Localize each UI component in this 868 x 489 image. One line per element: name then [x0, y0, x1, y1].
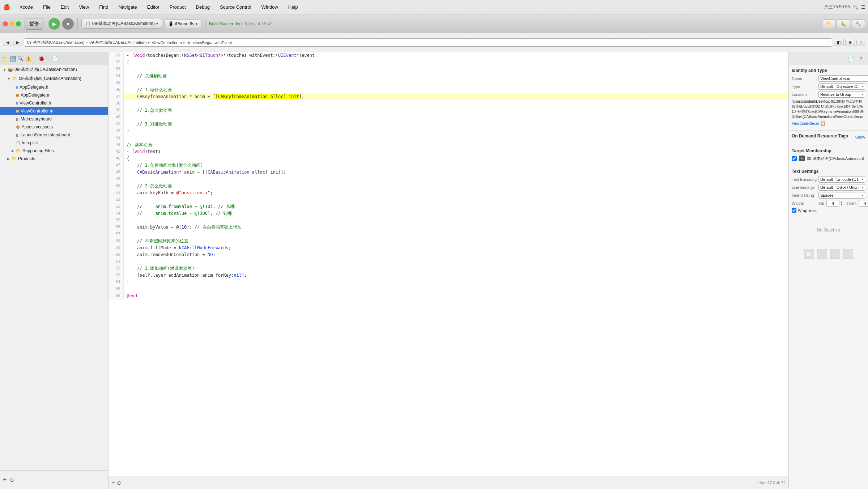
debug-toggle[interactable]: 🐛 [837, 20, 850, 28]
quick-help-icon[interactable]: ? [856, 54, 865, 63]
filter-button[interactable]: ⊙ [10, 477, 14, 483]
line-content[interactable]: // anim.toValue = @(300); // 到哪 [124, 210, 788, 217]
apple-menu[interactable]: 🍎 [3, 4, 10, 10]
line-content[interactable]: // 基本动画 [124, 141, 788, 148]
line-content[interactable] [124, 217, 788, 224]
line-content[interactable]: anim.removedOnCompletion = NO; [124, 251, 788, 258]
nav-back[interactable]: ◀ [3, 39, 12, 46]
warning-icon[interactable]: ⚠️ [25, 56, 31, 61]
line-content[interactable] [124, 100, 788, 107]
breadcrumb-part-2[interactable]: 09-基本动画(CABasicAnimation) [89, 40, 146, 45]
line-content[interactable]: CAKeyframeAnimation * anim = [[CAKeyfram… [124, 93, 788, 100]
utilities-toggle[interactable]: 🔧 [852, 20, 865, 28]
products-group[interactable]: ▶ 📁 Products [0, 155, 108, 163]
line-content[interactable] [124, 114, 788, 121]
line-content[interactable] [124, 176, 788, 183]
search-sidebar-icon[interactable]: 🔍 [17, 56, 24, 61]
project-root[interactable]: ▼ 📦 09-基本动画(CABasicAnimation) [0, 65, 108, 74]
line-content[interactable] [124, 258, 788, 265]
device-selector[interactable]: 📱 iPhone 6s ▾ [164, 20, 201, 28]
panel-icon-code[interactable]: {} [817, 249, 827, 259]
menu-debug[interactable]: Debug [194, 4, 212, 10]
file-viewcontroller-m[interactable]: m ViewController.m [0, 107, 108, 115]
menu-help[interactable]: Help [286, 4, 300, 10]
run-button[interactable]: ▶ [48, 18, 60, 30]
line-content[interactable]: CABasicAnimation* anim = [[CABasicAnimat… [124, 169, 788, 176]
menu-editor[interactable]: Editor [145, 4, 162, 10]
menu-xcode[interactable]: Xcode [17, 4, 35, 10]
line-content[interactable]: - (void)test1 [124, 148, 788, 155]
line-content[interactable]: - (void)touchesBegan:(NSSet<UITouch*>*)t… [124, 52, 788, 59]
line-content[interactable]: anim.byValue = @(10); // 在自身的基础上增加 [124, 224, 788, 231]
location-selector[interactable]: Relative to Group [818, 91, 865, 98]
tab-width-input[interactable] [826, 200, 839, 207]
location-select[interactable]: Relative to Group [818, 91, 865, 98]
search-icon[interactable]: 🔍 [853, 5, 858, 10]
folder-icon[interactable]: 📁 [2, 56, 8, 61]
line-content[interactable]: // 1.做什么动画 [124, 86, 788, 93]
breadcrumb-part-4[interactable]: -touchesBegan:withEvent: [187, 41, 233, 45]
version-editor[interactable]: ⌗ [856, 39, 865, 46]
add-bottom-icon[interactable]: + [111, 480, 115, 486]
file-inspector-icon[interactable]: 📄 [846, 54, 855, 63]
breadcrumb-part-3[interactable]: ViewController.m [152, 41, 182, 45]
scheme-selector[interactable]: 📋 09-基本动画(CABasicAnimation) ▾ [81, 19, 162, 29]
file-appdelegate-h[interactable]: h AppDelegate.h [0, 83, 108, 91]
file-info-plist[interactable]: 📋 Info.plist [0, 139, 108, 147]
line-content[interactable]: // anim.fromValue = @(10); // 从哪 [124, 203, 788, 210]
stop-button[interactable]: 暂停 [25, 18, 43, 30]
zoom-button[interactable] [16, 21, 21, 26]
navigator-toggle[interactable]: 📁 [822, 20, 835, 28]
type-selector[interactable]: Default - Objective-C... [818, 83, 865, 90]
indent-select[interactable]: Spaces [818, 192, 865, 199]
line-content[interactable]: // 1.创建动画对象(做什么动画) [124, 162, 788, 169]
panel-icon-file[interactable]: 📄 [804, 249, 814, 259]
panel-icon-quick-help[interactable]: □ [843, 249, 853, 259]
menu-find[interactable]: Find [97, 4, 110, 10]
line-content[interactable] [124, 135, 788, 141]
nav-forward[interactable]: ▶ [13, 39, 22, 46]
line-content[interactable]: [self.layer addAnimation:anim forKey:nil… [124, 272, 788, 279]
encoding-select[interactable]: Default - Unicode (UT... [818, 176, 865, 183]
path-icon[interactable]: 📋 [820, 121, 826, 126]
line-content[interactable] [124, 66, 788, 73]
report-icon[interactable]: 📄 [52, 56, 58, 61]
filter-bottom-icon[interactable]: ⊙ [117, 480, 121, 486]
file-appdelegate-m[interactable]: m AppDelegate.m [0, 91, 108, 99]
line-content[interactable]: // 2.怎么做动画 [124, 107, 788, 114]
stop-build-button[interactable]: ■ [62, 18, 74, 30]
line-endings-select[interactable]: Default - OS X / Unix (LF) [818, 184, 865, 191]
line-content[interactable]: anim.keyPath = @"position.x"; [124, 190, 788, 196]
menu-source-control[interactable]: Source Control [218, 4, 254, 10]
app-group[interactable]: ▼ 📁 09-基本动画(CABasicAnimation) [0, 74, 108, 83]
code-area[interactable]: 31 - (void)touchesBegan:(NSSet<UITouch*>… [109, 52, 788, 476]
indent-selector[interactable]: Spaces [818, 192, 865, 199]
target-checkbox[interactable] [792, 156, 797, 161]
assistant-editor[interactable]: ⊕ [845, 39, 855, 46]
line-endings-selector[interactable]: Default - OS X / Unix (LF) [818, 184, 865, 191]
breakpoint-icon[interactable]: ⬡ [46, 56, 50, 61]
name-input[interactable] [818, 75, 868, 82]
menu-file[interactable]: File [41, 4, 53, 10]
show-button[interactable]: Show [855, 135, 865, 139]
tab-increment[interactable]: ▲ [840, 201, 843, 203]
test-icon[interactable]: ✓ [33, 56, 37, 61]
add-file-button[interactable]: + [3, 476, 7, 484]
breadcrumb-part-1[interactable]: 09-基本动画(CABasicAnimation) [27, 40, 84, 45]
wrap-lines-checkbox[interactable] [792, 208, 796, 213]
line-content[interactable]: { [124, 59, 788, 66]
line-content[interactable]: // 关键帧动画 [124, 73, 788, 80]
line-content[interactable]: // 3.对谁做动画 [124, 121, 788, 128]
line-content[interactable]: { [124, 155, 788, 162]
line-content[interactable]: } [124, 279, 788, 286]
type-select[interactable]: Default - Objective-C... [818, 83, 865, 90]
line-content[interactable]: @end [124, 293, 788, 299]
supporting-files-group[interactable]: ▶ 📁 Supporting Files [0, 147, 108, 155]
line-content[interactable]: anim.fillMode = kCAFillModeForwards; [124, 244, 788, 251]
line-content[interactable]: // 2.怎么做动画 [124, 183, 788, 190]
tab-decrement[interactable]: ▼ [840, 203, 843, 206]
line-content[interactable]: // 3.添加动画(对谁做动画) [124, 265, 788, 272]
file-launch-storyboard[interactable]: ◧ LaunchScreen.storyboard [0, 131, 108, 139]
line-content[interactable]: } [124, 128, 788, 135]
line-content[interactable] [124, 80, 788, 86]
